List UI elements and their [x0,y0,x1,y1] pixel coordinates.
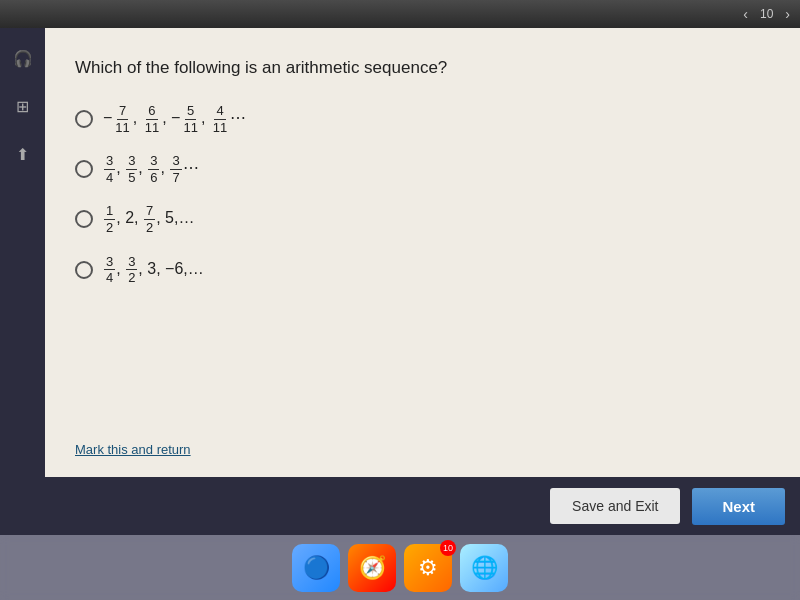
page-indicator: 10 [760,7,773,21]
outer-wrapper: ‹ 10 › 🎧 ⊞ ⬆ Which of the following is a… [0,0,800,600]
option-b-text: 34, 35, 36, 37⋯ [103,153,199,185]
bottom-buttons-bar: Save and Exit Next [0,477,800,535]
radio-d[interactable] [75,261,93,279]
notification-badge: 10 [440,540,456,556]
top-bar-right: ‹ 10 › [743,6,790,22]
radio-b[interactable] [75,160,93,178]
content-wrapper: 🎧 ⊞ ⬆ Which of the following is an arith… [0,28,800,477]
option-d-text: 34, 32, 3, −6,… [103,254,204,286]
headphones-icon[interactable]: 🎧 [8,43,38,73]
question-text: Which of the following is an arithmetic … [75,58,760,78]
radio-c[interactable] [75,210,93,228]
option-b-item[interactable]: 34, 35, 36, 37⋯ [75,153,760,185]
safari-dock-icon[interactable]: 🧭 [348,544,396,592]
option-a-text: −711, 611, −511, 411⋯ [103,103,246,135]
option-c-text: 12, 2, 72, 5,… [103,203,194,235]
app2-dock-icon[interactable]: 🌐 [460,544,508,592]
option-a-item[interactable]: −711, 611, −511, 411⋯ [75,103,760,135]
flag-icon[interactable]: ⬆ [8,139,38,169]
save-exit-button[interactable]: Save and Exit [550,488,680,524]
radio-a[interactable] [75,110,93,128]
app-dock-icon[interactable]: ⚙ 10 [404,544,452,592]
calculator-icon[interactable]: ⊞ [8,91,38,121]
mark-return-link[interactable]: Mark this and return [75,442,191,457]
next-button[interactable]: Next [692,488,785,525]
top-bar: ‹ 10 › [0,0,800,28]
options-list: −711, 611, −511, 411⋯ 34, 35, 36, [75,103,760,286]
screen-area: ‹ 10 › 🎧 ⊞ ⬆ Which of the following is a… [0,0,800,535]
quiz-content: Which of the following is an arithmetic … [45,28,800,477]
finder-dock-icon[interactable]: 🔵 [292,544,340,592]
next-page-arrow[interactable]: › [785,6,790,22]
option-c-item[interactable]: 12, 2, 72, 5,… [75,203,760,235]
sidebar: 🎧 ⊞ ⬆ [0,28,45,477]
option-d-item[interactable]: 34, 32, 3, −6,… [75,254,760,286]
prev-page-arrow[interactable]: ‹ [743,6,748,22]
dock: 🔵 🧭 ⚙ 10 🌐 [0,535,800,600]
